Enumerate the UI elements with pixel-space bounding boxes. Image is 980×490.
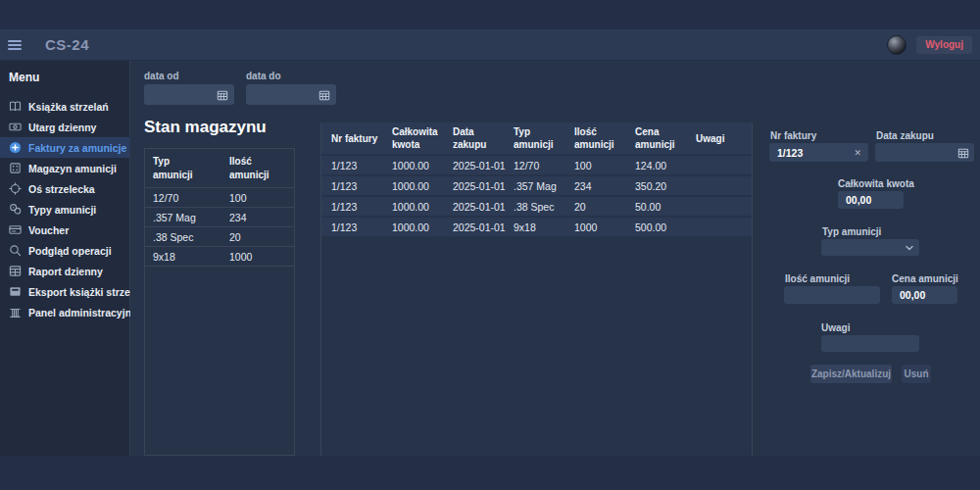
chevron-down-icon <box>905 243 914 253</box>
topbar: CS-24 Wyloguj <box>0 29 980 61</box>
sidebar-item-label: Faktury za amunicje <box>28 142 126 154</box>
nr-faktury-value: 1/123 <box>777 147 852 159</box>
cell: 1000.00 <box>382 180 443 192</box>
sidebar-item-faktury-za-amunicje[interactable]: Faktury za amunicje <box>0 137 129 158</box>
sidebar-item-label: Eksport książki strzelań <box>28 286 145 298</box>
stock-table-header: Typ amunicji Ilość amunicji <box>145 149 294 188</box>
sidebar-item-ksiazka-strzelan[interactable]: Książka strzelań <box>0 96 129 117</box>
table-row[interactable]: 12/70 100 <box>145 188 294 208</box>
crosshair-icon <box>9 182 22 195</box>
calkowita-kwota-input[interactable]: 00,00 <box>838 191 904 209</box>
sidebar-item-label: Raport dzienny <box>28 266 103 277</box>
sidebar-item-panel-administracyjny[interactable]: Panel administracyjny <box>0 302 129 322</box>
invoices-col: Ilość amunicji <box>574 125 623 151</box>
sidebar-item-label: Utarg dzienny <box>28 122 96 133</box>
stock-cell: 20 <box>221 231 294 243</box>
ammo-box-icon <box>9 162 22 174</box>
nr-faktury-label: Nr faktury <box>770 130 816 141</box>
cell: 20 <box>564 201 625 213</box>
sidebar-item-os-strzelecka[interactable]: Oś strzelecka <box>0 178 129 199</box>
logout-button[interactable]: Wyloguj <box>916 36 972 54</box>
cell: 1/123 <box>321 201 382 213</box>
ilosc-amunicji-input[interactable] <box>784 286 880 304</box>
table-row[interactable]: .38 Spec 20 <box>145 227 294 247</box>
date-from-input[interactable] <box>144 84 234 105</box>
cell: 1/123 <box>321 180 382 192</box>
calendar-icon[interactable] <box>957 147 969 159</box>
date-to-input[interactable] <box>246 84 336 105</box>
clear-icon[interactable]: ✕ <box>852 148 863 158</box>
invoices-col: Cena amunicji <box>635 125 684 151</box>
cell: 1000.00 <box>382 221 443 233</box>
cell: 1000.00 <box>382 201 443 213</box>
plus-circle-icon <box>9 141 22 154</box>
cell: 1000 <box>564 221 625 233</box>
cell: 500.00 <box>625 221 686 233</box>
table-row[interactable]: .357 Mag 234 <box>145 208 294 227</box>
search-icon <box>9 244 22 257</box>
data-zakupu-label: Data zakupu <box>876 130 934 141</box>
ammo-types-icon <box>9 203 22 216</box>
table-row[interactable]: 1/123 1000.00 2025-01-01 9x18 1000 500.0… <box>321 218 752 236</box>
calkowita-kwota-label: Całkowita kwota <box>838 178 914 189</box>
calendar-icon[interactable] <box>217 89 228 101</box>
main-content: data od data do Stan magazynu Typ amunic… <box>130 61 980 456</box>
invoices-table: Nr faktury Całkowita kwota Data zakupu T… <box>320 122 753 456</box>
table-row[interactable]: 1/123 1000.00 2025-01-01 .38 Spec 20 50.… <box>321 197 752 216</box>
cell: 1/123 <box>321 221 382 233</box>
nr-faktury-input[interactable]: 1/123 ✕ <box>769 143 868 162</box>
cena-amunicji-value: 00,00 <box>900 289 953 301</box>
export-icon <box>9 285 22 298</box>
cell: 50.00 <box>625 201 686 213</box>
cell: 234 <box>564 180 625 192</box>
book-icon <box>9 100 22 113</box>
sidebar-item-raport-dzienny[interactable]: Raport dzienny <box>0 261 129 281</box>
uwagi-label: Uwagi <box>821 322 850 333</box>
data-zakupu-input[interactable] <box>875 143 974 162</box>
table-icon <box>9 265 22 277</box>
invoices-table-header: Nr faktury Całkowita kwota Data zakupu T… <box>321 122 752 154</box>
table-row[interactable]: 1/123 1000.00 2025-01-01 .357 Mag 234 35… <box>321 176 752 195</box>
sidebar: Menu Książka strzelań Utarg dzienny Fakt… <box>0 61 130 456</box>
sidebar-item-label: Panel administracyjny <box>28 307 137 318</box>
sidebar-item-typy-amunicji[interactable]: Typy amunicji <box>0 199 129 220</box>
voucher-icon <box>9 223 22 236</box>
building-icon <box>9 306 22 318</box>
invoices-col: Nr faktury <box>331 132 377 145</box>
calendar-icon[interactable] <box>318 89 330 101</box>
user-avatar[interactable] <box>887 35 906 55</box>
sidebar-item-magazyn-amunicji[interactable]: Magazyn amunicji <box>0 158 129 178</box>
cell: 124.00 <box>625 160 686 172</box>
cell: .38 Spec <box>504 201 564 213</box>
ilosc-amunicji-label: Ilość amunicji <box>785 273 850 284</box>
invoices-col: Całkowita kwota <box>392 125 441 151</box>
save-update-button[interactable]: Zapisz/Aktualizuj <box>810 365 892 383</box>
stock-cell: 234 <box>221 212 294 223</box>
table-row[interactable]: 9x18 1000 <box>145 247 294 267</box>
table-row[interactable]: 1/123 1000.00 2025-01-01 12/70 100 124.0… <box>321 156 752 174</box>
invoice-form: Nr faktury 1/123 ✕ Data zakupu Całkowita… <box>760 127 980 451</box>
cell: 100 <box>564 160 625 172</box>
sidebar-item-label: Magazyn amunicji <box>28 163 117 174</box>
delete-button[interactable]: Usuń <box>902 365 931 383</box>
cell: 350.20 <box>625 180 686 192</box>
sidebar-item-utarg-dzienny[interactable]: Utarg dzienny <box>0 117 129 137</box>
sidebar-item-label: Książka strzelań <box>28 101 109 113</box>
sidebar-item-voucher[interactable]: Voucher <box>0 220 129 240</box>
sidebar-item-podglad-operacji[interactable]: Podgląd operacji <box>0 240 129 261</box>
sidebar-item-eksport-ksiazki-strzelan[interactable]: Eksport książki strzelań <box>0 281 129 302</box>
cell: 9x18 <box>504 221 564 233</box>
stock-title: Stan magazynu <box>144 118 267 137</box>
invoices-col: Data zakupu <box>453 125 502 151</box>
cena-amunicji-input[interactable]: 00,00 <box>892 286 957 304</box>
hamburger-menu-icon[interactable] <box>8 40 37 50</box>
uwagi-input[interactable] <box>821 335 919 352</box>
sidebar-item-label: Oś strzelecka <box>28 183 95 195</box>
calkowita-kwota-value: 00,00 <box>846 194 899 206</box>
cell: 1/123 <box>321 160 382 172</box>
cell: 2025-01-01 <box>443 221 504 233</box>
typ-amunicji-select[interactable] <box>821 239 919 256</box>
date-from-label: data od <box>144 71 179 81</box>
banknote-icon <box>9 121 22 133</box>
cell: 2025-01-01 <box>443 180 504 192</box>
